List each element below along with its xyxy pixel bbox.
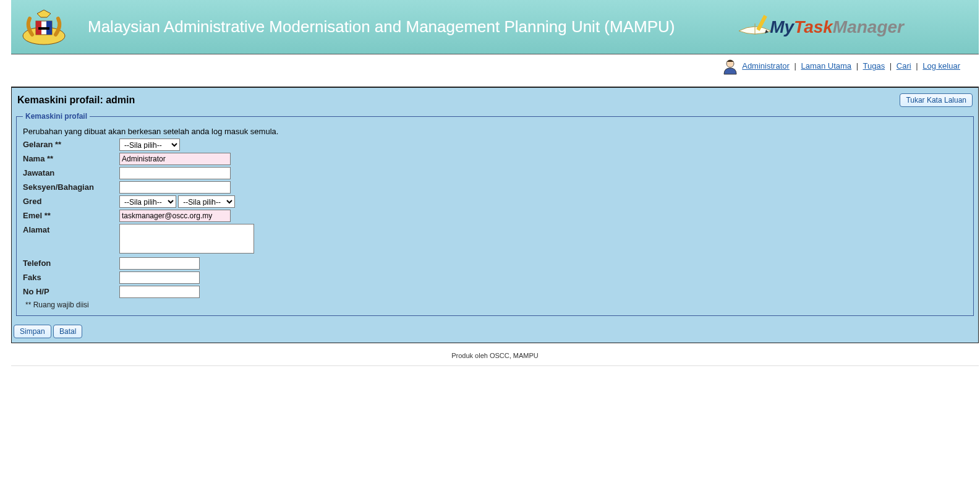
select-gred-2[interactable]: --Sila pilih-- xyxy=(178,195,235,208)
label-nohp: No H/P xyxy=(23,286,119,296)
label-telefon: Telefon xyxy=(23,257,119,268)
input-seksyen[interactable] xyxy=(119,181,231,194)
nav-logout[interactable]: Log keluar xyxy=(922,61,960,70)
logo-my: My xyxy=(770,17,794,37)
cancel-button[interactable]: Batal xyxy=(53,325,82,338)
input-faks[interactable] xyxy=(119,271,200,284)
input-jawatan[interactable] xyxy=(119,167,231,179)
save-button[interactable]: Simpan xyxy=(14,325,51,338)
nav-home[interactable]: Laman Utama xyxy=(801,61,851,70)
profile-fieldset: Kemaskini profail Perubahan yang dibuat … xyxy=(16,112,974,316)
label-jawatan: Jawatan xyxy=(23,167,119,177)
crest-icon xyxy=(19,7,69,47)
app-header: Malaysian Administrative Modernisation a… xyxy=(11,0,979,54)
header-title: Malaysian Administrative Modernisation a… xyxy=(88,17,694,36)
input-nohp[interactable] xyxy=(119,286,200,298)
label-seksyen: Seksyen/Bahagian xyxy=(23,181,119,192)
required-note: ** Ruang wajib diisi xyxy=(25,301,967,309)
nav-search[interactable]: Cari xyxy=(897,61,911,70)
user-icon xyxy=(722,58,739,75)
app-logo: MyTaskManager xyxy=(694,4,904,50)
footer-text: Produk oleh OSCC, MAMPU xyxy=(11,343,979,366)
label-emel: Emel ** xyxy=(23,210,119,220)
label-faks: Faks xyxy=(23,271,119,282)
textarea-alamat[interactable] xyxy=(119,224,254,254)
select-gred-1[interactable]: --Sila pilih-- xyxy=(119,195,176,208)
input-telefon[interactable] xyxy=(119,257,200,270)
nav-tasks[interactable]: Tugas xyxy=(863,61,885,70)
label-nama: Nama ** xyxy=(23,153,119,163)
logo-manager: Manager xyxy=(833,17,904,37)
input-nama[interactable] xyxy=(119,153,231,165)
svg-rect-4 xyxy=(38,27,49,30)
change-password-button[interactable]: Tukar Kata Laluan xyxy=(900,93,973,107)
input-emel[interactable] xyxy=(119,210,231,222)
label-gelaran: Gelaran ** xyxy=(23,139,119,149)
top-nav: Administrator | Laman Utama | Tugas | Ca… xyxy=(11,54,979,87)
logo-task: Task xyxy=(794,17,833,37)
form-note: Perubahan yang dibuat akan berkesan sete… xyxy=(23,127,967,136)
fieldset-legend: Kemaskini profail xyxy=(23,112,90,121)
notebook-icon xyxy=(736,14,773,41)
label-alamat: Alamat xyxy=(23,224,119,234)
select-gelaran[interactable]: --Sila pilih-- xyxy=(119,139,180,151)
page-title: Kemaskini profail: admin xyxy=(17,95,135,106)
label-gred: Gred xyxy=(23,195,119,206)
nav-user[interactable]: Administrator xyxy=(742,61,790,70)
